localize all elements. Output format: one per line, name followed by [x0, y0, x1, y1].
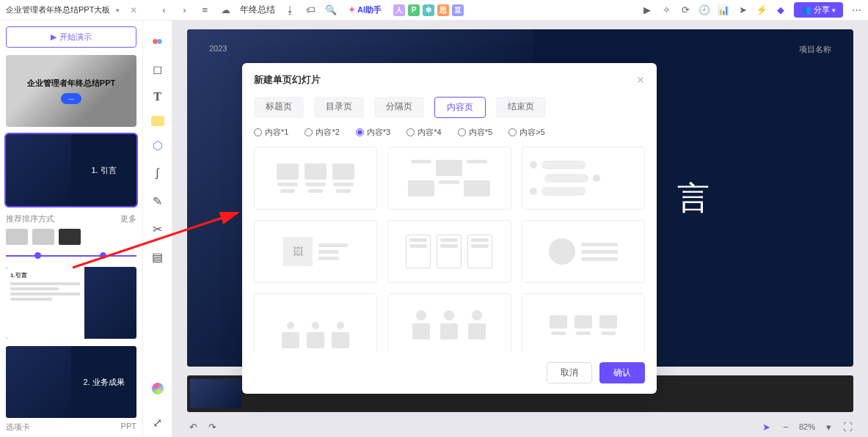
template-option[interactable] [387, 293, 511, 352]
template-option[interactable] [254, 293, 377, 352]
modal-tab[interactable]: 分隔页 [374, 97, 424, 118]
modal-tab[interactable]: 标题页 [254, 97, 304, 118]
content-radio[interactable]: 内容*4 [406, 127, 441, 138]
template-option[interactable]: 🖼 [254, 220, 377, 283]
template-option[interactable] [387, 147, 511, 210]
content-radio[interactable]: 内容>5 [508, 127, 545, 138]
cancel-button[interactable]: 取消 [547, 362, 592, 383]
modal-tabs: 标题页目录页分隔页内容页结束页 [254, 97, 645, 118]
new-slide-modal: 新建单页幻灯片 ✕ 标题页目录页分隔页内容页结束页 内容*1内容*2内容*3内容… [242, 63, 657, 394]
content-radio[interactable]: 内容*2 [304, 127, 339, 138]
modal-title: 新建单页幻灯片 [254, 73, 321, 87]
content-count-radios: 内容*1内容*2内容*3内容*4内容*5内容>5 [254, 127, 645, 138]
template-option[interactable] [522, 220, 645, 283]
modal-tab[interactable]: 结束页 [496, 97, 546, 118]
modal-tab[interactable]: 目录页 [314, 97, 364, 118]
content-radio[interactable]: 内容*5 [458, 127, 492, 138]
confirm-button[interactable]: 确认 [599, 362, 645, 383]
template-option[interactable] [522, 147, 645, 210]
modal-close-icon[interactable]: ✕ [636, 74, 645, 86]
template-option[interactable] [254, 147, 377, 210]
template-grid: 🖼 [254, 147, 645, 352]
modal-tab[interactable]: 内容页 [434, 97, 486, 118]
content-radio[interactable]: 内容*3 [356, 127, 390, 138]
content-radio[interactable]: 内容*1 [254, 127, 288, 138]
template-option[interactable] [387, 220, 511, 283]
template-option[interactable] [522, 293, 645, 352]
image-icon: 🖼 [283, 237, 313, 266]
